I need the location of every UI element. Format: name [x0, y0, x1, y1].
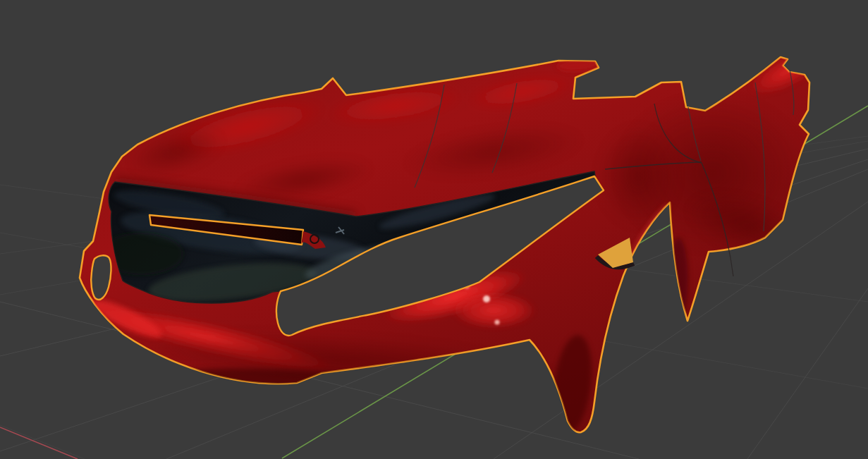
- 3d-viewport[interactable]: [0, 0, 868, 459]
- car-model[interactable]: [80, 39, 864, 436]
- viewport-canvas[interactable]: [0, 0, 868, 459]
- x-axis-line: [0, 427, 78, 459]
